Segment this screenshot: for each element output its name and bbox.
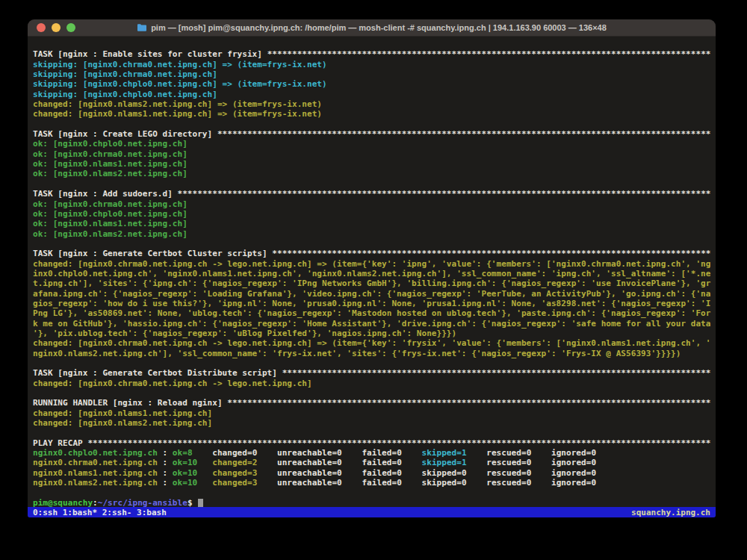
- folder-icon: [137, 23, 147, 32]
- terminal-line: skipping: [nginx0.chplo0.net.ipng.ch]: [33, 90, 711, 99]
- terminal-line: [33, 388, 711, 398]
- window-title: pim — [mosh] pim@squanchy.ipng.ch: /home…: [28, 23, 716, 32]
- terminal-line: k me on GitHub'}, 'hassio.ipng.ch': {'na…: [33, 319, 711, 329]
- close-button[interactable]: [37, 23, 46, 32]
- terminal-line: gios_regexp': 'how do i use this?'}, 'ip…: [33, 299, 711, 308]
- terminal-line: ok: [nginx0.nlams1.net.ipng.ch]: [33, 219, 711, 228]
- terminal-window: pim — [mosh] pim@squanchy.ipng.ch: /home…: [28, 19, 716, 517]
- terminal-line: TASK [nginx : Create LEGO directory] ***…: [33, 129, 711, 139]
- terminal-line: [33, 358, 711, 368]
- terminal-line: changed: [nginx0.nlams1.net.ipng.ch] => …: [33, 109, 711, 119]
- terminal-line: inx0.chplo0.net.ipng.ch', 'nginx0.nlams1…: [33, 269, 711, 279]
- desktop-background: pim — [mosh] pim@squanchy.ipng.ch: /home…: [0, 0, 747, 560]
- terminal-line: changed: [nginx0.nlams1.net.ipng.ch]: [33, 408, 711, 418]
- terminal-line: nginx0.nlams2.net.ipng.ch : ok=10 change…: [33, 478, 711, 488]
- terminal-line: t.ipng.ch'], 'sites': {'ipng.ch': {'nagi…: [33, 279, 711, 288]
- terminal-line: ok: [nginx0.chplo0.net.ipng.ch]: [33, 209, 711, 219]
- terminal-line: [33, 428, 711, 438]
- terminal-line: PLAY RECAP *****************************…: [33, 438, 711, 448]
- terminal-line: ok: [nginx0.nlams1.net.ipng.ch]: [33, 159, 711, 169]
- terminal-line: [33, 239, 711, 249]
- terminal-line: nginx0.chrma0.net.ipng.ch : ok=10 change…: [33, 458, 711, 467]
- terminal-line: changed: [nginx0.nlams2.net.ipng.ch]: [33, 418, 711, 428]
- terminal-line: nginx0.nlams1.net.ipng.ch : ok=10 change…: [33, 468, 711, 478]
- terminal-line: Png LG'}, 'as50869.net': None, 'ublog.te…: [33, 308, 711, 318]
- terminal-line: nginx0.chplo0.net.ipng.ch : ok=8 changed…: [33, 448, 711, 458]
- terminal-line: ok: [nginx0.nlams2.net.ipng.ch]: [33, 169, 711, 178]
- tmux-hostname: squanchy.ipng.ch: [631, 508, 710, 517]
- terminal-line: [33, 40, 711, 49]
- minimize-button[interactable]: [52, 23, 61, 32]
- terminal-line: changed: [nginx0.chrma0.net.ipng.ch -> l…: [33, 259, 711, 269]
- terminal-line: skipping: [nginx0.chrma0.net.ipng.ch]: [33, 69, 711, 79]
- terminal-line: skipping: [nginx0.chrma0.net.ipng.ch] =>…: [33, 60, 711, 69]
- terminal-line: [33, 488, 711, 497]
- terminal-line: nginx0.nlams2.net.ipng.ch'], 'ssl_common…: [33, 349, 711, 358]
- terminal-line: afana.ipng.ch': {'nagios_regexp': 'Loadi…: [33, 289, 711, 299]
- terminal-line: changed: [nginx0.chrma0.net.ipng.ch -> l…: [33, 379, 711, 388]
- window-title-text: pim — [mosh] pim@squanchy.ipng.ch: /home…: [151, 23, 607, 32]
- terminal-line: ok: [nginx0.chplo0.net.ipng.ch]: [33, 139, 711, 149]
- terminal-line: skipping: [nginx0.chplo0.net.ipng.ch] =>…: [33, 79, 711, 89]
- terminal-line: TASK [nginx : Add sudoers.d] ***********…: [33, 189, 711, 199]
- terminal-line: TASK [nginx : Enable sites for cluster f…: [33, 49, 711, 59]
- terminal-line: TASK [nginx : Generate Certbot Cluster s…: [33, 249, 711, 258]
- window-titlebar: pim — [mosh] pim@squanchy.ipng.ch: /home…: [28, 19, 716, 37]
- cursor-block: [198, 499, 203, 507]
- terminal-line: [33, 119, 711, 129]
- terminal-line: ok: [nginx0.chrma0.net.ipng.ch]: [33, 199, 711, 209]
- terminal-line: ok: [nginx0.nlams2.net.ipng.ch]: [33, 229, 711, 239]
- terminal-line: TASK [nginx : Generate Certbot Distribut…: [33, 368, 711, 378]
- terminal-output[interactable]: TASK [nginx : Enable sites for cluster f…: [28, 37, 716, 507]
- terminal-line: pim@squanchy:~/src/ipng-ansible$: [33, 498, 711, 507]
- zoom-button[interactable]: [66, 23, 75, 32]
- terminal-line: changed: [nginx0.nlams2.net.ipng.ch] => …: [33, 99, 711, 109]
- tmux-window-list: 0:ssh 1:bash* 2:ssh- 3:bash: [33, 508, 167, 517]
- terminal-line: ok: [nginx0.chrma0.net.ipng.ch]: [33, 149, 711, 159]
- terminal-line: changed: [nginx0.chrma0.net.ipng.ch -> l…: [33, 338, 711, 348]
- terminal-line: RUNNING HANDLER [nginx : Reload nginx] *…: [33, 398, 711, 408]
- terminal-line: '}, 'pix.ublog.tech': {'nagios_regexp': …: [33, 329, 711, 338]
- terminal-line: [33, 179, 711, 189]
- traffic-lights: [28, 23, 75, 32]
- tmux-status-bar: 0:ssh 1:bash* 2:ssh- 3:bash squanchy.ipn…: [28, 507, 716, 517]
